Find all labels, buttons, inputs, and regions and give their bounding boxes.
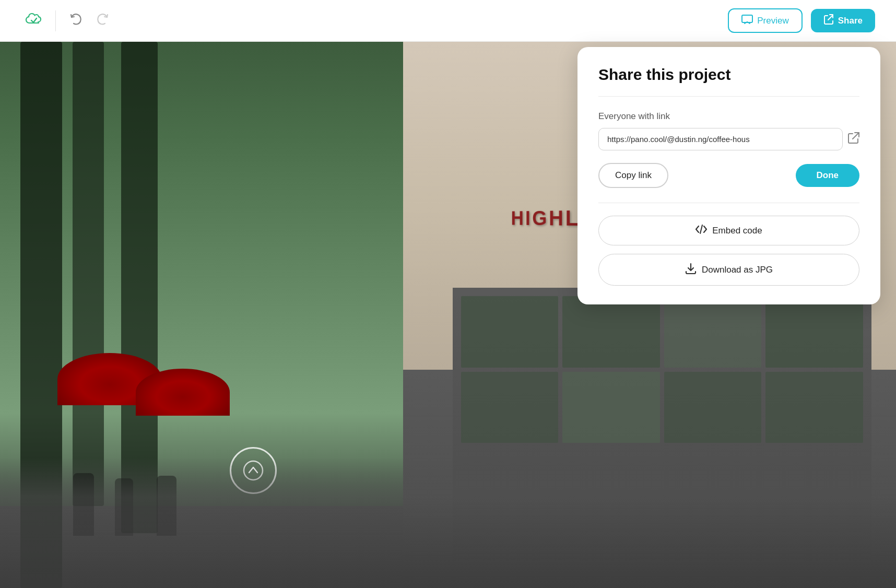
umbrella-2 xyxy=(136,369,230,416)
share-toolbar-label: Share xyxy=(838,16,863,26)
embed-code-label: Embed code xyxy=(712,226,762,236)
share-icon xyxy=(823,14,834,27)
preview-icon xyxy=(741,15,753,27)
undo-icon xyxy=(68,12,83,30)
preview-label: Preview xyxy=(757,16,788,26)
done-label: Done xyxy=(817,170,839,180)
redo-icon xyxy=(96,12,110,30)
toolbar-left-actions xyxy=(21,7,114,34)
action-row: Copy link Done xyxy=(598,163,859,188)
svg-line-1 xyxy=(828,15,833,20)
undo-button[interactable] xyxy=(64,8,87,34)
svg-line-3 xyxy=(853,133,859,139)
toolbar: Preview Share xyxy=(0,0,896,42)
redo-button[interactable] xyxy=(91,8,114,34)
share-divider-bottom xyxy=(598,203,859,203)
copy-link-button[interactable]: Copy link xyxy=(598,163,668,188)
download-jpg-button[interactable]: Download as JPG xyxy=(598,254,859,286)
link-row xyxy=(598,128,859,150)
share-toolbar-button[interactable]: Share xyxy=(811,9,875,32)
everyone-label: Everyone with link xyxy=(598,111,859,122)
save-cloud-button[interactable] xyxy=(21,7,47,34)
preview-button[interactable]: Preview xyxy=(728,8,802,33)
share-divider-top xyxy=(598,96,859,97)
copy-link-label: Copy link xyxy=(615,170,652,180)
done-button[interactable]: Done xyxy=(796,164,860,187)
external-link-icon[interactable] xyxy=(848,132,859,146)
embed-icon xyxy=(695,225,707,237)
toolbar-divider xyxy=(55,10,56,31)
download-icon xyxy=(685,263,697,277)
share-panel: Share this project Everyone with link Co… xyxy=(577,47,880,304)
share-title: Share this project xyxy=(598,66,859,84)
share-link-input[interactable] xyxy=(598,128,843,150)
svg-line-4 xyxy=(700,225,702,233)
floor-overlay xyxy=(0,457,896,588)
embed-code-button[interactable]: Embed code xyxy=(598,216,859,245)
download-jpg-label: Download as JPG xyxy=(702,265,773,275)
cloud-check-icon xyxy=(25,11,43,30)
